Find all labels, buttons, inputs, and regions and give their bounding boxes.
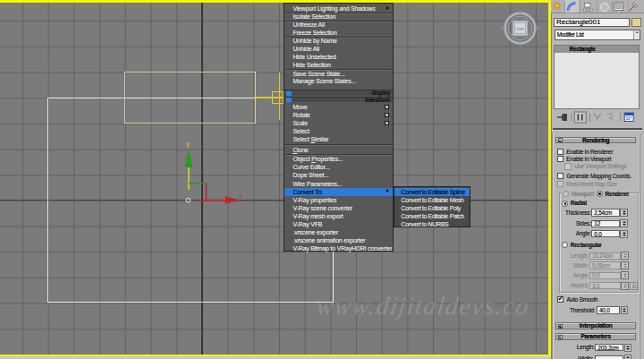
svg-text:N: N (519, 10, 522, 15)
svg-text:W: W (501, 26, 506, 31)
svg-text:S: S (519, 43, 522, 48)
svg-text:TOP: TOP (516, 27, 524, 31)
svg-text:x: x (240, 193, 243, 200)
svg-text:y: y (187, 141, 191, 148)
svg-text:E: E (537, 26, 540, 31)
